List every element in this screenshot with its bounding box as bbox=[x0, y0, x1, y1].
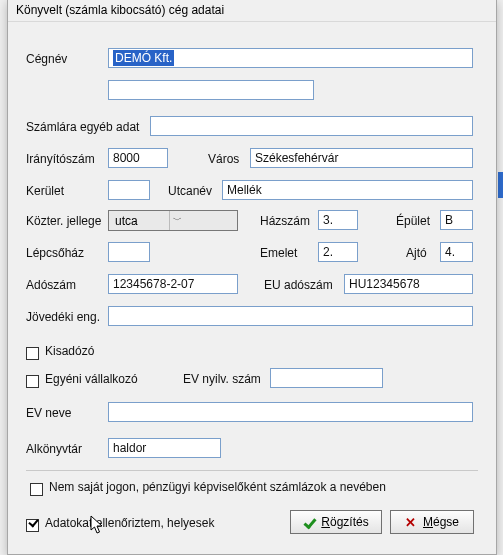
adoszam-input[interactable] bbox=[108, 274, 238, 294]
label-utcanev: Utcanév bbox=[168, 184, 212, 198]
save-button[interactable]: Rögzítés bbox=[290, 510, 382, 534]
label-adoszam: Adószám bbox=[26, 278, 76, 292]
szamlara-input[interactable] bbox=[150, 116, 473, 136]
label-hazszam: Házszám bbox=[260, 214, 310, 228]
label-kozter: Közter. jellege bbox=[26, 214, 101, 228]
label-iranyitoszam: Irányítószám bbox=[26, 152, 95, 166]
label-kerulet: Kerület bbox=[26, 184, 64, 198]
cancel-button-label: Mégse bbox=[423, 515, 459, 529]
cancel-button[interactable]: ✕ Mégse bbox=[390, 510, 474, 534]
ajto-input[interactable] bbox=[440, 242, 473, 262]
label-ev-neve: EV neve bbox=[26, 406, 71, 420]
label-emelet: Emelet bbox=[260, 246, 297, 260]
lepcsohaz-input[interactable] bbox=[108, 242, 150, 262]
label-jovedeki: Jövedéki eng. bbox=[26, 310, 100, 324]
label-cegnev: Cégnév bbox=[26, 52, 67, 66]
ellenoriztem-checkbox[interactable] bbox=[26, 519, 39, 532]
label-lepcsohaz: Lépcsőház bbox=[26, 246, 84, 260]
dialog-title: Könyvelt (számla kibocsátó) cég adatai bbox=[8, 0, 496, 22]
kozter-select[interactable]: utca ﹀ bbox=[108, 210, 238, 231]
kozter-value: utca bbox=[109, 214, 169, 228]
ev-neve-input[interactable] bbox=[108, 402, 473, 422]
alkonyvtar-input[interactable] bbox=[108, 438, 221, 458]
utcanev-input[interactable] bbox=[222, 180, 473, 200]
chevron-down-icon: ﹀ bbox=[169, 211, 185, 230]
label-ajto: Ajtó bbox=[406, 246, 427, 260]
egyeni-checkbox[interactable] bbox=[26, 375, 39, 388]
check-icon bbox=[303, 516, 315, 528]
label-egyeni: Egyéni vállalkozó bbox=[45, 372, 138, 386]
eu-adoszam-input[interactable] bbox=[344, 274, 473, 294]
label-ellenoriztem: Adatokat ellenőriztem, helyesek bbox=[45, 516, 214, 530]
emelet-input[interactable] bbox=[318, 242, 358, 262]
label-eu-adoszam: EU adószám bbox=[264, 278, 333, 292]
label-kisadozo: Kisadózó bbox=[45, 344, 94, 358]
jovedeki-input[interactable] bbox=[108, 306, 473, 326]
label-nem-sajat: Nem saját jogon, pénzügyi képviselőként … bbox=[49, 480, 386, 494]
separator bbox=[26, 470, 478, 471]
nem-sajat-checkbox[interactable] bbox=[30, 483, 43, 496]
kisadozo-checkbox[interactable] bbox=[26, 347, 39, 360]
close-icon: ✕ bbox=[405, 516, 417, 528]
label-varos: Város bbox=[208, 152, 239, 166]
epulet-input[interactable] bbox=[440, 210, 473, 230]
label-ev-nyilv: EV nyilv. szám bbox=[183, 372, 261, 386]
hazszam-input[interactable] bbox=[318, 210, 358, 230]
company-data-dialog: Könyvelt (számla kibocsátó) cég adatai C… bbox=[7, 0, 497, 555]
label-alkonyvtar: Alkönyvtár bbox=[26, 442, 82, 456]
cegnev2-input[interactable] bbox=[108, 80, 314, 100]
label-epulet: Épület bbox=[396, 214, 430, 228]
save-button-label: Rögzítés bbox=[321, 515, 368, 529]
cegnev-input[interactable] bbox=[108, 48, 473, 68]
varos-input[interactable] bbox=[250, 148, 473, 168]
iranyitoszam-input[interactable] bbox=[108, 148, 168, 168]
kerulet-input[interactable] bbox=[108, 180, 150, 200]
label-szamlara: Számlára egyéb adat bbox=[26, 120, 139, 134]
ev-nyilv-input[interactable] bbox=[270, 368, 383, 388]
